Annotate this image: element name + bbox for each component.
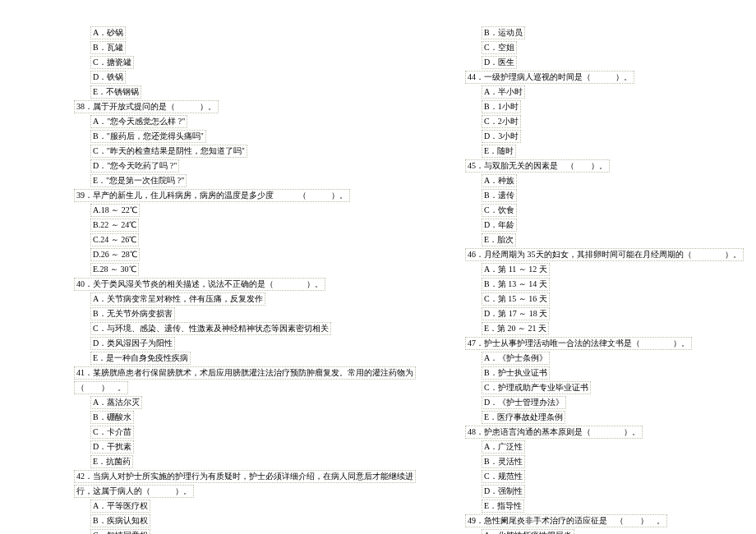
question-line: 39．早产的新生儿，住儿科病房，病房的温度是多少度 （ ）。	[58, 189, 416, 202]
option-line: D．3小时	[449, 130, 744, 143]
text-span: A．《护士条例》	[482, 352, 550, 365]
text-span: B．遗传	[482, 189, 517, 202]
text-span: C．规范性	[482, 470, 525, 483]
option-line: E．医疗事故处理条例	[449, 411, 744, 424]
option-line: C．搪瓷罐	[58, 56, 416, 69]
option-line: D．医生	[449, 56, 744, 69]
option-line: B．疾病认知权	[58, 514, 416, 527]
right-column: B．运动员C．空姐D．医生44．一级护理病人巡视的时间是（ ）。A．半小时B．1…	[432, 25, 756, 534]
question-line: 41．某膀胱癌患者行保留膀胱术，术后应用膀胱灌注法治疗预防肿瘤复发。常用的灌注药…	[58, 366, 416, 380]
text-span: B.22 ～ 24℃	[90, 219, 139, 232]
question-line: 40．关于类风湿关节炎的相关描述，说法不正确的是（ ）。	[58, 278, 416, 291]
text-span: E．不锈钢锅	[90, 85, 141, 99]
text-span: C．卡介苗	[90, 426, 134, 439]
text-span: D.26 ～ 28℃	[90, 248, 140, 261]
option-line: C.24 ～ 26℃	[58, 233, 416, 246]
option-line: A．平等医疗权	[58, 499, 416, 513]
text-span: E．医疗事故处理条例	[482, 411, 565, 424]
option-line: C．空姐	[449, 41, 744, 54]
text-span: B．瓦罐	[90, 41, 126, 54]
text-span: （ ） 。	[74, 381, 128, 394]
option-line: B．护士执业证书	[449, 366, 744, 380]
question-line: 46．月经周期为 35天的妇女，其排卵时间可能在月经周期的（ ）。	[449, 248, 744, 261]
text-span: A．蒸沽尔灭	[90, 396, 142, 409]
question-line: 44．一级护理病人巡视的时间是（ ）。	[449, 71, 744, 84]
option-line: D．年龄	[449, 219, 744, 232]
option-line: D．类风湿因子为阳性	[58, 337, 416, 350]
option-line: B.22 ～ 24℃	[58, 219, 416, 232]
text-span: A．广泛性	[482, 440, 525, 453]
option-line: D．铁锅	[58, 71, 416, 84]
text-span: B．疾病认知权	[90, 514, 150, 527]
text-span: E．抗菌药	[90, 455, 133, 468]
option-line: A．广泛性	[449, 440, 744, 453]
option-line: C．与环境、感染、遗传、性激素及神经精神状态等因素密切相关	[58, 322, 416, 335]
text-span: C．知情同意权	[90, 529, 150, 534]
text-span: 47．护士从事护理活动唯一合法的法律文书是（ ）。	[465, 337, 692, 350]
text-span: E.28 ～ 30℃	[90, 263, 139, 276]
text-span: E．是一种自身免疫性疾病	[90, 352, 191, 365]
question-line: （ ） 。	[58, 381, 416, 394]
option-line: D．"您今天吃药了吗 ?"	[58, 159, 416, 173]
option-line: A．"您今天感觉怎么样 ?"	[58, 115, 416, 128]
text-span: C．饮食	[482, 204, 517, 217]
option-line: E．指导性	[449, 499, 744, 513]
question-line: 45．与双胎无关的因素是 （ ）。	[449, 159, 744, 173]
text-span: D．"您今天吃药了吗 ?"	[90, 159, 179, 173]
text-span: A．砂锅	[90, 26, 126, 39]
text-span: D．第 17 ～ 18 天	[482, 307, 550, 320]
text-span: E．胎次	[482, 233, 516, 246]
question-line: 47．护士从事护理活动唯一合法的法律文书是（ ）。	[449, 337, 744, 350]
text-span: E．"您是第一次住院吗 ?"	[90, 174, 187, 187]
text-span: 44．一级护理病人巡视的时间是（ ）。	[465, 71, 634, 84]
option-line: A．种族	[449, 174, 744, 187]
option-line: A．《护士条例》	[449, 352, 744, 365]
question-line: 行，这属于病人的（ ）。	[58, 485, 416, 498]
option-line: B．运动员	[449, 26, 744, 39]
option-line: C．"昨天的检查结果是阴性，您知道了吗"	[58, 145, 416, 158]
text-span: C.24 ～ 26℃	[90, 233, 139, 246]
text-span: 行，这属于病人的（ ）。	[74, 485, 194, 498]
text-span: A.18 ～ 22℃	[90, 204, 140, 217]
question-line: 48．护患语言沟通的基本原则是（ ）。	[449, 426, 744, 439]
text-span: D．类风湿因子为阳性	[90, 337, 175, 350]
option-line: D．干扰素	[58, 440, 416, 453]
option-line: E．抗菌药	[58, 455, 416, 468]
option-line: E.28 ～ 30℃	[58, 263, 416, 276]
option-line: C．2小时	[449, 115, 744, 128]
option-line: A．半小时	[449, 85, 744, 99]
text-span: 39．早产的新生儿，住儿科病房，病房的温度是多少度 （ ）。	[74, 189, 350, 202]
option-line: B．灵活性	[449, 455, 744, 468]
option-line: E．随时	[449, 145, 744, 158]
option-line: A．蒸沽尔灭	[58, 396, 416, 409]
option-line: C．第 15 ～ 16 天	[449, 292, 744, 306]
option-line: E．"您是第一次住院吗 ?"	[58, 174, 416, 187]
text-span: A．平等医疗权	[90, 499, 150, 513]
text-span: D．3小时	[482, 130, 521, 143]
text-span: 38．属于开放式提问的是（ ）。	[74, 100, 219, 113]
text-span: B．"服药后，您还觉得头痛吗"	[90, 130, 206, 143]
left-column: A．砂锅B．瓦罐C．搪瓷罐D．铁锅E．不锈钢锅38．属于开放式提问的是（ ）。A…	[41, 25, 432, 534]
option-line: C．规范性	[449, 470, 744, 483]
text-span: C．搪瓷罐	[90, 56, 134, 69]
text-span: B．第 13 ～ 14 天	[482, 278, 550, 291]
text-span: 40．关于类风湿关节炎的相关描述，说法不正确的是（ ）。	[74, 278, 325, 291]
option-line: C．饮食	[449, 204, 744, 217]
option-line: B．"服药后，您还觉得头痛吗"	[58, 130, 416, 143]
option-line: E．是一种自身免疫性疾病	[58, 352, 416, 365]
option-line: A．砂锅	[58, 26, 416, 39]
page-content: A．砂锅B．瓦罐C．搪瓷罐D．铁锅E．不锈钢锅38．属于开放式提问的是（ ）。A…	[0, 0, 756, 534]
option-line: D．第 17 ～ 18 天	[449, 307, 744, 320]
option-line: D．强制性	[449, 485, 744, 498]
text-span: 41．某膀胱癌患者行保留膀胱术，术后应用膀胱灌注法治疗预防肿瘤复发。常用的灌注药…	[74, 366, 416, 380]
text-span: B．硼酸水	[90, 411, 134, 424]
text-span: C．2小时	[482, 115, 521, 128]
option-line: C．知情同意权	[58, 529, 416, 534]
text-span: E．第 20 ～ 21 天	[482, 322, 549, 335]
text-span: 42．当病人对护士所实施的护理行为有质疑时，护士必须详细介绍，在病人同意后才能继…	[74, 470, 416, 483]
text-span: 45．与双胎无关的因素是 （ ）。	[465, 159, 610, 173]
question-line: 42．当病人对护士所实施的护理行为有质疑时，护士必须详细介绍，在病人同意后才能继…	[58, 470, 416, 483]
text-span: E．指导性	[482, 499, 524, 513]
text-span: C．"昨天的检查结果是阴性，您知道了吗"	[90, 145, 247, 158]
option-line: B．第 13 ～ 14 天	[449, 278, 744, 291]
